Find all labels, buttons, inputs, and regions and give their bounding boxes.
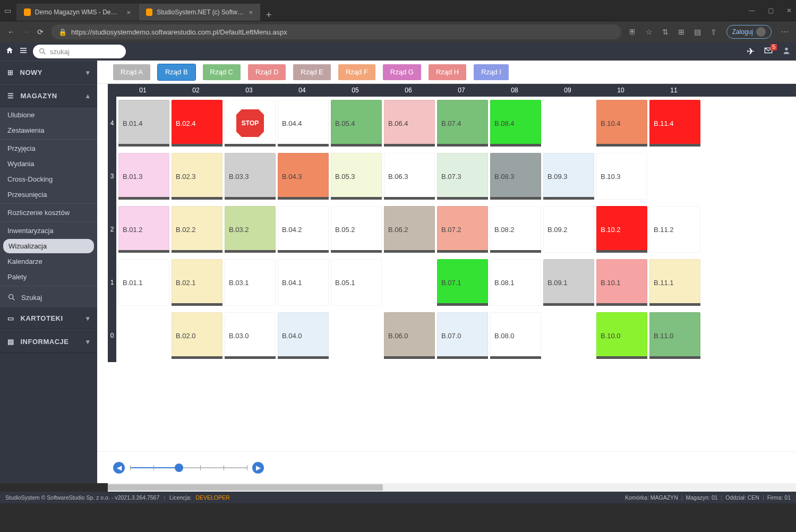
sidebar-item-ulubione[interactable]: Ulubione (0, 107, 97, 123)
stop-cell[interactable]: STOP (225, 100, 276, 147)
close-window-icon[interactable]: ✕ (786, 7, 792, 14)
login-button[interactable]: Zaloguj (726, 25, 772, 39)
tabs-icon[interactable]: ▭ (4, 6, 11, 15)
url-field[interactable]: 🔒 https://studiosystemdemo.softwarestudi… (51, 24, 621, 39)
sidebar-item-rozliczenie-kosztów[interactable]: Rozliczenie kosztów (0, 205, 97, 220)
location-cell-B.06.2[interactable]: B.06.2 (384, 206, 435, 253)
browser-tab-1[interactable]: StudioSystem.NET (c) SoftwareSt... × (139, 4, 261, 21)
location-cell-B.04.4[interactable]: B.04.4 (278, 100, 329, 147)
location-cell-B.01.4[interactable]: B.01.4 (118, 100, 169, 147)
horizontal-scrollbar[interactable] (108, 483, 796, 492)
maximize-icon[interactable]: ▢ (768, 7, 774, 14)
location-cell-B.07.2[interactable]: B.07.2 (437, 206, 488, 253)
location-cell-B.09.1[interactable]: B.09.1 (543, 259, 594, 306)
row-tab-rząd-h[interactable]: Rząd H (429, 64, 466, 80)
row-tab-rząd-d[interactable]: Rząd D (248, 64, 286, 80)
sidebar-item-inwentaryzacja[interactable]: Inwentaryzacja (0, 223, 97, 238)
location-cell-B.02.2[interactable]: B.02.2 (172, 206, 222, 253)
collections-icon[interactable]: ▤ (694, 28, 701, 36)
location-cell-B.11.2[interactable]: B.11.2 (649, 206, 700, 253)
location-cell-B.08.4[interactable]: B.08.4 (490, 100, 541, 147)
row-tab-rząd-a[interactable]: Rząd A (113, 64, 150, 80)
location-cell-B.11.0[interactable]: B.11.0 (649, 312, 700, 359)
section-magazyn[interactable]: ☰ MAGAZYN ▴ (0, 84, 97, 107)
location-cell-B.08.2[interactable]: B.08.2 (490, 206, 541, 253)
section-kartoteki[interactable]: ▭ KARTOTEKI ▾ (0, 306, 97, 330)
location-cell-B.02.3[interactable]: B.02.3 (172, 153, 222, 200)
location-cell-B.05.2[interactable]: B.05.2 (331, 206, 382, 253)
location-cell-B.05.3[interactable]: B.05.3 (331, 153, 382, 200)
location-cell-B.08.0[interactable]: B.08.0 (490, 312, 541, 359)
location-cell-B.10.1[interactable]: B.10.1 (596, 259, 647, 306)
nav-back-icon[interactable]: ← (7, 28, 15, 36)
location-cell-B.07.4[interactable]: B.07.4 (437, 100, 488, 147)
location-cell-B.01.1[interactable]: B.01.1 (118, 259, 169, 306)
location-cell-B.03.0[interactable]: B.03.0 (225, 312, 276, 359)
location-cell-B.11.1[interactable]: B.11.1 (649, 259, 700, 306)
browser-tab-0[interactable]: Demo Magazyn WMS - Demo o... × (16, 4, 139, 21)
row-tab-rząd-b[interactable]: Rząd B (158, 64, 195, 80)
takeoff-icon[interactable]: ✈ (747, 46, 755, 57)
nav-refresh-icon[interactable]: ⟳ (37, 28, 44, 36)
sidebar-item-zestawienia[interactable]: Zestawienia (0, 123, 97, 138)
location-cell-B.02.0[interactable]: B.02.0 (172, 312, 222, 359)
location-cell-B.07.3[interactable]: B.07.3 (437, 153, 488, 200)
new-tab-button[interactable]: + (261, 10, 277, 21)
location-cell-B.01.3[interactable]: B.01.3 (118, 153, 169, 200)
sidebar-item-przyjęcia[interactable]: Przyjęcia (0, 141, 97, 156)
location-cell-B.10.3[interactable]: B.10.3 (596, 153, 647, 200)
slider-next-button[interactable]: ▶ (252, 462, 264, 474)
home-icon[interactable] (5, 46, 14, 57)
location-cell-B.05.4[interactable]: B.05.4 (331, 100, 382, 147)
location-cell-B.09.3[interactable]: B.09.3 (543, 153, 594, 200)
location-cell-B.04.3[interactable]: B.04.3 (278, 153, 329, 200)
location-cell-B.08.1[interactable]: B.08.1 (490, 259, 541, 306)
slider-prev-button[interactable]: ◀ (113, 462, 125, 474)
location-cell-B.02.1[interactable]: B.02.1 (172, 259, 222, 306)
extension-icon[interactable]: ⊞ (678, 28, 684, 36)
minimize-icon[interactable]: — (749, 7, 755, 14)
app-search-field[interactable]: szukaj (33, 45, 126, 58)
location-cell-B.04.1[interactable]: B.04.1 (278, 259, 329, 306)
close-icon[interactable]: × (249, 8, 253, 16)
location-cell-B.03.2[interactable]: B.03.2 (225, 206, 276, 253)
section-informacje[interactable]: ▤ INFORMACJE ▾ (0, 330, 97, 353)
zoom-slider[interactable] (130, 462, 247, 473)
location-cell-B.11.4[interactable]: B.11.4 (649, 100, 700, 147)
scrollbar-thumb[interactable] (108, 484, 383, 491)
network-icon[interactable]: ⇅ (662, 28, 669, 36)
location-cell-B.06.0[interactable]: B.06.0 (384, 312, 435, 359)
location-cell-B.05.1[interactable]: B.05.1 (331, 259, 382, 306)
star-icon[interactable]: ☆ (646, 28, 653, 36)
location-cell-B.10.0[interactable]: B.10.0 (596, 312, 647, 359)
location-cell-B.01.2[interactable]: B.01.2 (118, 206, 169, 253)
location-cell-B.09.2[interactable]: B.09.2 (543, 206, 594, 253)
location-cell-B.08.3[interactable]: B.08.3 (490, 153, 541, 200)
user-icon[interactable] (782, 46, 791, 57)
row-tab-rząd-i[interactable]: Rząd I (474, 64, 509, 80)
location-cell-B.03.1[interactable]: B.03.1 (225, 259, 276, 306)
share-icon[interactable]: ⇪ (711, 28, 717, 36)
mail-icon[interactable]: 5 (764, 46, 773, 57)
sidebar-item-kalendarze[interactable]: Kalendarze (0, 254, 97, 269)
location-cell-B.03.3[interactable]: B.03.3 (225, 153, 276, 200)
sidebar-item-cross-docking[interactable]: Cross-Docking (0, 171, 97, 187)
location-cell-B.06.4[interactable]: B.06.4 (384, 100, 435, 147)
location-cell-B.04.0[interactable]: B.04.0 (278, 312, 329, 359)
close-icon[interactable]: × (126, 8, 131, 16)
row-tab-rząd-f[interactable]: Rząd F (338, 64, 375, 80)
location-cell-B.07.1[interactable]: B.07.1 (437, 259, 488, 306)
sidebar-item-szukaj[interactable]: Szukaj (0, 288, 97, 306)
row-tab-rząd-g[interactable]: Rząd G (383, 64, 421, 80)
location-cell-B.06.3[interactable]: B.06.3 (384, 153, 435, 200)
row-tab-rząd-e[interactable]: Rząd E (293, 64, 331, 80)
location-cell-B.04.2[interactable]: B.04.2 (278, 206, 329, 253)
sidebar-item-palety[interactable]: Palety (0, 269, 97, 285)
sidebar-item-przesunięcia[interactable]: Przesunięcia (0, 187, 97, 202)
location-cell-B.07.0[interactable]: B.07.0 (437, 312, 488, 359)
sidebar-item-wizualizacja[interactable]: Wizualizacja (3, 239, 94, 253)
sidebar-item-wydania[interactable]: Wydania (0, 156, 97, 171)
menu-toggle-icon[interactable] (19, 46, 28, 57)
location-cell-B.10.2[interactable]: B.10.2 (596, 206, 647, 253)
row-tab-rząd-c[interactable]: Rząd C (203, 64, 241, 80)
